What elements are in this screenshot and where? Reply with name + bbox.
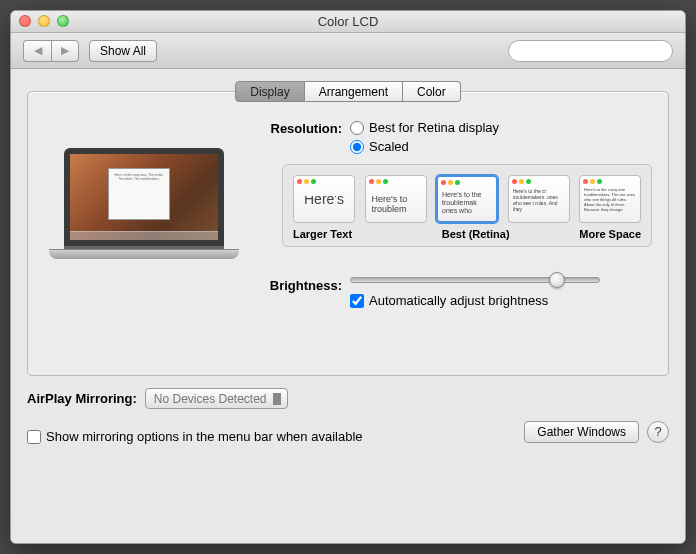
scale-thumb-3[interactable]: Here's to the troublemak ones who bbox=[436, 175, 498, 223]
forward-button[interactable]: ▶ bbox=[51, 40, 79, 62]
mirroring-input[interactable] bbox=[27, 430, 41, 444]
controls: Resolution: Best for Retina display Scal… bbox=[266, 120, 652, 320]
close-icon[interactable] bbox=[19, 15, 31, 27]
display-panel: Here's to the crazy ones. The misfits. T… bbox=[27, 91, 669, 376]
resolution-scaled-radio[interactable]: Scaled bbox=[350, 139, 652, 154]
scale-label-more: More Space bbox=[579, 228, 641, 240]
zoom-icon[interactable] bbox=[57, 15, 69, 27]
gather-windows-button[interactable]: Gather Windows bbox=[524, 421, 639, 443]
preferences-window: Color LCD ◀ ▶ Show All Display Arrangeme… bbox=[10, 10, 686, 544]
scale-labels: Larger Text Best (Retina) More Space bbox=[293, 228, 641, 240]
window-title: Color LCD bbox=[318, 14, 379, 29]
footer: AirPlay Mirroring: No Devices Detected ▲… bbox=[11, 376, 685, 456]
scale-row: Here's Here's to troublem bbox=[293, 175, 641, 223]
slider-knob[interactable] bbox=[549, 272, 565, 288]
radio-best-label: Best for Retina display bbox=[369, 120, 499, 135]
airplay-select[interactable]: No Devices Detected ▲▼ bbox=[145, 388, 288, 409]
tab-color[interactable]: Color bbox=[403, 81, 461, 102]
scale-label-larger: Larger Text bbox=[293, 228, 352, 240]
tab-display[interactable]: Display bbox=[235, 81, 304, 102]
display-preview: Here's to the crazy ones. The misfits. T… bbox=[44, 120, 244, 320]
search-wrap bbox=[508, 40, 673, 62]
tab-arrangement[interactable]: Arrangement bbox=[305, 81, 403, 102]
back-button[interactable]: ◀ bbox=[23, 40, 51, 62]
scale-thumb-4[interactable]: Here's to the cr troublemakers. ones who… bbox=[508, 175, 570, 223]
resolution-best-radio[interactable]: Best for Retina display bbox=[350, 120, 652, 135]
airplay-label: AirPlay Mirroring: bbox=[27, 391, 137, 406]
laptop-icon: Here's to the crazy ones. The misfits. T… bbox=[49, 148, 239, 259]
airplay-selected: No Devices Detected bbox=[154, 392, 267, 406]
auto-brightness-label: Automatically adjust brightness bbox=[369, 293, 548, 308]
scale-label-best: Best (Retina) bbox=[442, 228, 510, 240]
search-input[interactable] bbox=[508, 40, 673, 62]
scale-thumb-1[interactable]: Here's bbox=[293, 175, 355, 223]
scale-thumb-2[interactable]: Here's to troublem bbox=[365, 175, 427, 223]
minimize-icon[interactable] bbox=[38, 15, 50, 27]
resolution-label: Resolution: bbox=[266, 120, 350, 136]
show-all-button[interactable]: Show All bbox=[89, 40, 157, 62]
auto-brightness-input[interactable] bbox=[350, 294, 364, 308]
radio-scaled[interactable] bbox=[350, 140, 364, 154]
brightness-label: Brightness: bbox=[266, 277, 350, 293]
mirroring-checkbox[interactable]: Show mirroring options in the menu bar w… bbox=[27, 429, 363, 444]
radio-scaled-label: Scaled bbox=[369, 139, 409, 154]
titlebar: Color LCD bbox=[11, 11, 685, 33]
radio-best[interactable] bbox=[350, 121, 364, 135]
nav-group: ◀ ▶ bbox=[23, 40, 79, 62]
scale-thumb-5[interactable]: Here's to the crazy one troublemakers. T… bbox=[579, 175, 641, 223]
tab-segment: Display Arrangement Color bbox=[11, 81, 685, 102]
auto-brightness-checkbox[interactable]: Automatically adjust brightness bbox=[350, 293, 652, 308]
traffic-lights bbox=[19, 15, 69, 27]
chevron-updown-icon: ▲▼ bbox=[274, 392, 281, 406]
brightness-slider[interactable] bbox=[350, 277, 600, 283]
mirroring-label: Show mirroring options in the menu bar w… bbox=[46, 429, 363, 444]
help-button[interactable]: ? bbox=[647, 421, 669, 443]
toolbar: ◀ ▶ Show All bbox=[11, 33, 685, 69]
scale-options: Here's Here's to troublem bbox=[282, 164, 652, 247]
body: Display Arrangement Color Here's to the … bbox=[11, 69, 685, 543]
